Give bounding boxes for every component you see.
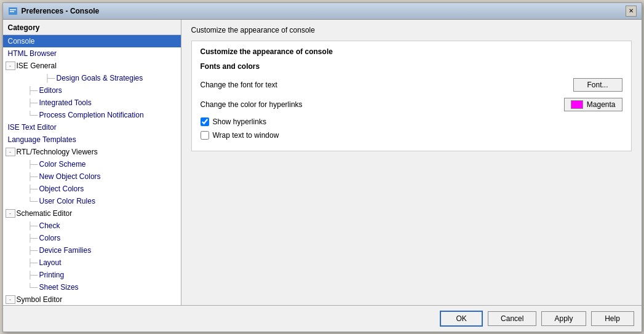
tree-item-colors[interactable]: ├─ Colors [3, 232, 181, 244]
section-title: Customize the appearance of console [201, 47, 622, 56]
settings-section: Customize the appearance of console Font… [191, 41, 632, 151]
tree-label-process-completion: Process Completion Notification [39, 111, 144, 119]
tree-label-device-families: Device Families [39, 246, 92, 255]
connector-printing: ├─ [6, 271, 38, 279]
tree-item-editors[interactable]: ├─ Editors [3, 84, 181, 97]
tree-item-rtl-technology[interactable]: - RTL/Technology Viewers [3, 146, 181, 158]
show-hyperlinks-checkbox[interactable] [201, 117, 209, 126]
left-panel: Category Console HTML Browser [3, 20, 181, 305]
tree-label-sheet-sizes: Sheet Sizes [39, 283, 79, 292]
footer: OK Cancel Apply Help [3, 305, 642, 332]
tree-item-html-browser[interactable]: HTML Browser [3, 47, 181, 60]
tree-label-schematic-editor: Schematic Editor [17, 209, 73, 218]
tree-label-colors: Colors [39, 234, 61, 242]
font-setting-row: Change the font for text Font... [201, 78, 622, 92]
tree-label-object-colors: Object Colors [39, 185, 84, 193]
expand-icon-rtl: - [6, 148, 15, 156]
color-setting-label: Change the color for hyperlinks [201, 100, 303, 109]
tree-label-printing: Printing [39, 271, 65, 279]
tree-item-new-object-colors[interactable]: ├─ New Object Colors [3, 170, 181, 183]
tree-item-design-goals[interactable]: ├─ Design Goals & Strategies [3, 72, 181, 84]
tree-item-color-scheme[interactable]: ├─ Color Scheme [3, 158, 181, 170]
tree-label-ise-text-editor: ISE Text Editor [6, 123, 57, 132]
right-panel: Customize the appearance of console Cust… [181, 20, 642, 305]
magenta-swatch [571, 100, 583, 109]
tree-label-color-scheme: Color Scheme [39, 160, 86, 169]
svg-rect-1 [10, 9, 16, 10]
tree-item-user-color-rules[interactable]: └─ User Color Rules [3, 195, 181, 207]
wrap-text-row: Wrap text to window [201, 131, 622, 140]
tree-item-console[interactable]: Console [3, 35, 181, 47]
magenta-label: Magenta [587, 100, 616, 109]
connector-layout: ├─ [6, 258, 38, 267]
tree-item-object-colors[interactable]: ├─ Object Colors [3, 183, 181, 195]
connector-new-object-colors: ├─ [6, 172, 38, 181]
expand-icon-symbol: - [6, 295, 15, 304]
tree-label-editors: Editors [39, 86, 62, 95]
tree-label-design-goals: Design Goals & Strategies [57, 74, 143, 82]
panel-title: Customize the appearance of console [191, 26, 632, 34]
window-title: Preferences - Console [22, 7, 622, 15]
expand-icon-ise-general: - [6, 62, 15, 70]
tree-label-language-templates: Language Templates [6, 135, 76, 144]
color-setting-row: Change the color for hyperlinks Magenta [201, 98, 622, 111]
tree-item-process-completion[interactable]: └─ Process Completion Notification [3, 109, 181, 121]
tree-item-ise-text-editor[interactable]: ISE Text Editor [3, 121, 181, 133]
connector-sheet-sizes: └─ [6, 283, 38, 292]
connector-device-families: ├─ [6, 246, 38, 255]
font-button[interactable]: Font... [573, 78, 622, 92]
apply-button[interactable]: Apply [541, 311, 586, 326]
connector-integrated-tools: ├─ [6, 98, 38, 107]
category-label: Category [3, 20, 181, 35]
fonts-colors-label: Fonts and colors [201, 62, 622, 71]
wrap-text-checkbox[interactable] [201, 131, 209, 140]
connector-object-colors: ├─ [6, 185, 38, 193]
expand-icon-schematic: - [6, 209, 15, 218]
wrap-text-label: Wrap text to window [213, 131, 279, 140]
connector-color-scheme: ├─ [6, 160, 38, 169]
tree-label-layout: Layout [39, 258, 62, 267]
titlebar: Preferences - Console ✕ [3, 3, 642, 20]
tree-container[interactable]: Console HTML Browser - ISE General [3, 35, 181, 305]
tree-label-new-object-colors: New Object Colors [39, 172, 101, 181]
tree-label-ise-general: ISE General [17, 62, 57, 70]
tree-label-console: Console [6, 37, 35, 46]
show-hyperlinks-label: Show hyperlinks [213, 117, 266, 126]
help-button[interactable]: Help [591, 311, 634, 326]
magenta-button[interactable]: Magenta [564, 98, 622, 111]
connector-design-goals: ├─ [23, 74, 55, 82]
tree-label-html-browser: HTML Browser [6, 49, 57, 58]
connector-user-color-rules: └─ [6, 197, 38, 205]
connector-check: ├─ [6, 221, 38, 230]
tree-item-symbol-editor[interactable]: - Symbol Editor [3, 293, 181, 305]
cancel-button[interactable]: Cancel [488, 311, 536, 326]
close-button[interactable]: ✕ [626, 6, 637, 17]
tree-item-printing[interactable]: ├─ Printing [3, 269, 181, 281]
tree-item-device-families[interactable]: ├─ Device Families [3, 244, 181, 256]
tree-item-integrated-tools[interactable]: ├─ Integrated Tools [3, 97, 181, 109]
tree-item-language-templates[interactable]: Language Templates [3, 133, 181, 146]
preferences-window: Preferences - Console ✕ Category Console… [2, 2, 642, 332]
connector-editors: ├─ [6, 86, 38, 95]
tree-item-ise-general[interactable]: - ISE General [3, 60, 181, 72]
window-icon [8, 6, 18, 16]
show-hyperlinks-row: Show hyperlinks [201, 117, 622, 126]
tree-label-rtl-technology: RTL/Technology Viewers [17, 148, 98, 156]
tree-item-schematic-editor[interactable]: - Schematic Editor [3, 207, 181, 220]
tree-label-check: Check [39, 221, 60, 230]
connector-process-completion: └─ [6, 111, 38, 119]
svg-rect-2 [10, 11, 14, 12]
ok-button[interactable]: OK [440, 311, 483, 327]
tree-label-symbol-editor: Symbol Editor [17, 295, 63, 304]
tree-item-check[interactable]: ├─ Check [3, 220, 181, 232]
font-setting-label: Change the font for text [201, 81, 277, 89]
tree-label-integrated-tools: Integrated Tools [39, 98, 92, 107]
main-content: Category Console HTML Browser [3, 20, 642, 305]
tree-item-layout[interactable]: ├─ Layout [3, 256, 181, 269]
tree-label-user-color-rules: User Color Rules [39, 197, 95, 205]
connector-colors: ├─ [6, 234, 38, 242]
tree-item-sheet-sizes[interactable]: └─ Sheet Sizes [3, 281, 181, 293]
